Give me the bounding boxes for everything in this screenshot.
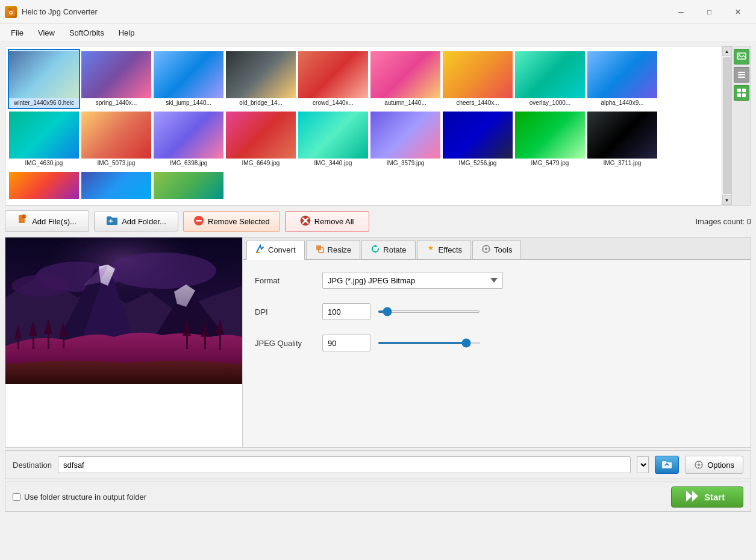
- grid-view-button[interactable]: [734, 85, 749, 101]
- tools-tab-icon: [481, 244, 491, 256]
- dpi-slider[interactable]: [378, 310, 480, 313]
- thumbnail-image: [154, 51, 223, 98]
- thumbnail-item[interactable]: autumn_1440...: [369, 49, 442, 109]
- menubar: File View SoftOrbits Help: [0, 24, 756, 42]
- jpeg-quality-slider[interactable]: [378, 342, 480, 344]
- thumbnail-item[interactable]: IMG_3711.jpg: [586, 109, 658, 169]
- format-row: Format JPG (*.jpg) JPEG Bitmap PNG (*.pn…: [255, 272, 739, 289]
- thumbnail-item[interactable]: [152, 169, 225, 201]
- svg-marker-48: [375, 245, 378, 247]
- thumbnail-item[interactable]: IMG_5479.jpg: [514, 109, 586, 169]
- thumbnail-item[interactable]: cheers_1440x...: [442, 49, 514, 109]
- thumbnail-image: [81, 51, 151, 98]
- thumbnail-image: [298, 51, 368, 98]
- svg-rect-18: [196, 220, 202, 222]
- close-button[interactable]: ✕: [724, 3, 751, 21]
- start-label: Start: [704, 492, 725, 502]
- svg-rect-43: [219, 333, 221, 350]
- tab-rotate[interactable]: Rotate: [361, 240, 415, 259]
- tab-convert[interactable]: Convert: [246, 240, 305, 260]
- destination-dropdown[interactable]: [637, 456, 649, 473]
- thumbnail-item[interactable]: spring_1440x...: [80, 49, 152, 109]
- convert-tab-content: Format JPG (*.jpg) JPEG Bitmap PNG (*.pn…: [243, 260, 751, 363]
- thumbnail-item[interactable]: IMG_5256.jpg: [442, 109, 514, 169]
- list-view-button[interactable]: [734, 67, 749, 83]
- thumbnail-item[interactable]: overlay_1000...: [514, 49, 586, 109]
- svg-rect-10: [742, 89, 746, 92]
- options-button[interactable]: Options: [685, 456, 743, 474]
- thumbnail-item[interactable]: winter_1440x96 0.heic: [8, 49, 80, 109]
- thumbnail-image: [370, 51, 440, 98]
- thumbnail-item[interactable]: [8, 169, 80, 201]
- thumbnail-label: IMG_5073.jpg: [98, 160, 136, 167]
- add-folder-button[interactable]: Add Folder...: [94, 212, 178, 231]
- titlebar-controls: ─ □ ✕: [667, 3, 751, 21]
- tab-effects[interactable]: Effects: [417, 240, 472, 259]
- thumbnail-label: spring_1440x...: [96, 99, 137, 107]
- thumbnail-label: IMG_4630.jpg: [25, 160, 63, 167]
- maximize-button[interactable]: □: [696, 3, 723, 21]
- tab-resize-label: Resize: [328, 245, 352, 254]
- thumbnail-item[interactable]: old_bridge_14...: [225, 49, 297, 109]
- format-select[interactable]: JPG (*.jpg) JPEG Bitmap PNG (*.png) PNG …: [322, 272, 503, 289]
- add-folder-label: Add Folder...: [122, 217, 166, 226]
- folder-structure-checkbox[interactable]: [13, 493, 20, 501]
- menu-softorbits[interactable]: SoftOrbits: [63, 26, 110, 40]
- scroll-down-button[interactable]: ▼: [722, 195, 732, 205]
- dpi-row: DPI: [255, 303, 739, 320]
- svg-point-50: [485, 248, 487, 250]
- menu-file[interactable]: File: [5, 26, 30, 40]
- tab-effects-label: Effects: [439, 245, 463, 254]
- remove-all-button[interactable]: Remove All: [285, 211, 369, 232]
- svg-rect-37: [63, 335, 64, 348]
- tabs-bar: Convert Resize Rotate: [243, 238, 751, 260]
- destination-bar: Destination Options: [5, 450, 751, 479]
- thumbnail-item[interactable]: IMG_6398.jpg: [152, 109, 225, 169]
- browse-destination-button[interactable]: [655, 456, 679, 474]
- thumbnail-item[interactable]: IMG_4630.jpg: [8, 109, 80, 169]
- svg-rect-16: [110, 219, 111, 222]
- thumbnail-label: autumn_1440...: [384, 99, 426, 107]
- svg-point-25: [11, 275, 72, 297]
- images-count: Images count: 0: [696, 217, 752, 226]
- preview-panel: [5, 237, 243, 448]
- thumbnail-image: [443, 51, 513, 98]
- toolbar: Add File(s)... Add Folder... Remove Sele…: [0, 206, 756, 237]
- svg-point-3: [10, 11, 12, 13]
- thumbnail-item[interactable]: IMG_3579.jpg: [369, 109, 442, 169]
- destination-input[interactable]: [58, 456, 631, 473]
- tab-tools[interactable]: Tools: [472, 240, 521, 259]
- thumbnail-item[interactable]: IMG_5073.jpg: [80, 109, 152, 169]
- remove-selected-button[interactable]: Remove Selected: [183, 211, 280, 232]
- menu-view[interactable]: View: [32, 26, 61, 40]
- scroll-up-button[interactable]: ▲: [722, 46, 732, 56]
- preview-image: [5, 238, 242, 384]
- format-label: Format: [255, 276, 315, 285]
- svg-rect-4: [737, 53, 746, 59]
- thumbnail-item[interactable]: [80, 169, 152, 201]
- photo-view-button[interactable]: [734, 49, 749, 64]
- svg-rect-7: [738, 74, 745, 75]
- start-button[interactable]: Start: [671, 486, 743, 508]
- thumbnail-image: [515, 51, 585, 98]
- thumbnail-image: [515, 112, 585, 159]
- thumbnail-item[interactable]: IMG_3440.jpg: [297, 109, 369, 169]
- thumbnail-label: winter_1440x96 0.heic: [14, 99, 74, 107]
- add-files-button[interactable]: Add File(s)...: [5, 210, 89, 232]
- thumbnail-item[interactable]: IMG_6649.jpg: [225, 109, 297, 169]
- tab-resize[interactable]: Resize: [306, 240, 361, 259]
- dpi-input[interactable]: [322, 303, 370, 320]
- add-folder-icon: [106, 216, 118, 227]
- svg-rect-6: [738, 72, 745, 73]
- thumbnail-item[interactable]: crowd_1440x...: [297, 49, 369, 109]
- scroll-thumb[interactable]: [723, 57, 731, 194]
- jpeg-quality-input[interactable]: [322, 335, 370, 351]
- thumbnail-label: alpha_1440x9...: [601, 99, 643, 107]
- effects-tab-icon: [426, 244, 436, 256]
- tab-convert-label: Convert: [268, 245, 296, 254]
- minimize-button[interactable]: ─: [667, 3, 695, 21]
- thumbnail-item[interactable]: ski_jump_1440...: [152, 49, 225, 109]
- menu-help[interactable]: Help: [113, 26, 141, 40]
- image-grid: winter_1440x96 0.heicspring_1440x...ski_…: [5, 46, 722, 205]
- thumbnail-item[interactable]: alpha_1440x9...: [586, 49, 658, 109]
